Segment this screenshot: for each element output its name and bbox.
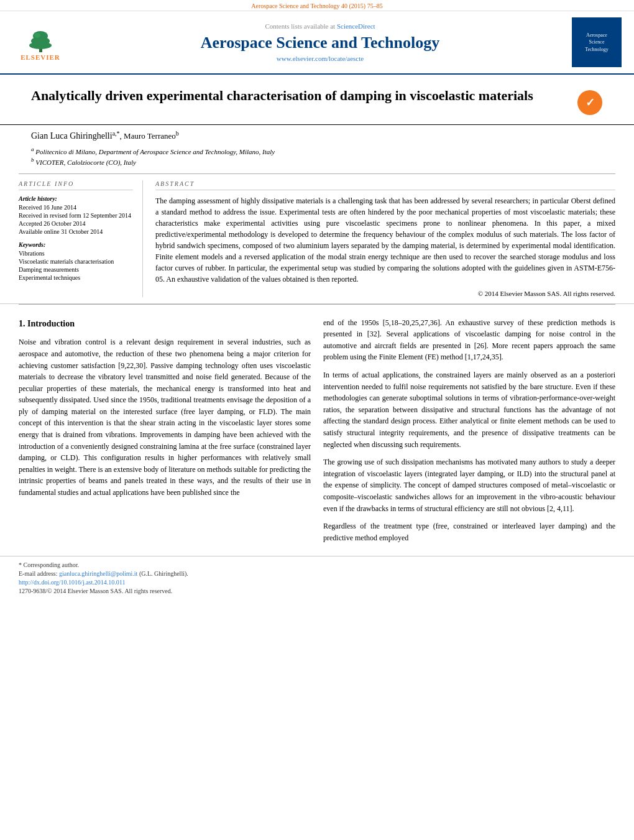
article-info-abstract: ARTICLE INFO Article history: Received 1… bbox=[0, 174, 634, 304]
intro-paragraph-col2-2: In terms of actual applications, the con… bbox=[323, 369, 615, 450]
author1-superscript: a,* bbox=[113, 130, 120, 137]
email-label: E-mail address: bbox=[19, 570, 57, 577]
affiliation-1: a Politecnico di Milano, Department of A… bbox=[31, 146, 603, 155]
issn-line: 1270-9638/© 2014 Elsevier Masson SAS. Al… bbox=[19, 588, 615, 594]
issn-text: 1270-9638/© 2014 Elsevier Masson SAS. Al… bbox=[19, 588, 172, 594]
keyword-2: Viscoelastic materials characterisation bbox=[19, 258, 133, 265]
section1-title: 1. Introduction bbox=[19, 317, 311, 331]
corresponding-label: * Corresponding author. bbox=[19, 561, 79, 568]
contents-available-text: Contents lists available at ScienceDirec… bbox=[68, 22, 572, 30]
keywords-group: Keywords: Vibrations Viscoelastic materi… bbox=[19, 241, 133, 281]
article-info-panel: ARTICLE INFO Article history: Received 1… bbox=[19, 180, 143, 297]
journal-reference-bar: Aerospace Science and Technology 40 (201… bbox=[0, 0, 634, 11]
email-note: E-mail address: gianluca.ghiringhelli@po… bbox=[19, 570, 615, 577]
accepted-date: Accepted 26 October 2014 bbox=[19, 220, 133, 227]
article-title: Analytically driven experimental charact… bbox=[31, 87, 564, 105]
affiliation-2: b VICOTER, Calolziocorte (CO), Italy bbox=[31, 157, 603, 166]
svg-point-3 bbox=[29, 42, 52, 49]
crossmark-icon: ✓ bbox=[577, 90, 603, 116]
abstract-panel: ABSTRACT The damping assessment of highl… bbox=[155, 180, 615, 297]
body-column-right: end of the 1950s [5,18–20,25,27,36]. An … bbox=[323, 317, 615, 550]
sciencedirect-link-text[interactable]: ScienceDirect bbox=[337, 22, 375, 30]
affil1-text: Politecnico di Milano, Department of Aer… bbox=[35, 148, 275, 155]
email-address[interactable]: gianluca.ghiringhelli@polimi.it bbox=[59, 570, 137, 577]
affil2-sup: b bbox=[31, 157, 34, 163]
body-column-left: 1. Introduction Noise and vibration cont… bbox=[19, 317, 311, 550]
journal-url[interactable]: www.elsevier.com/locate/aescte bbox=[68, 55, 572, 62]
authors-line: Gian Luca Ghiringhellia,*, Mauro Terrane… bbox=[0, 125, 634, 144]
elsevier-tree-icon bbox=[24, 30, 58, 53]
author2-superscript: b bbox=[176, 130, 179, 137]
available-online-date: Available online 31 October 2014 bbox=[19, 228, 133, 235]
journal-logo-text: Aerospace Science Technology bbox=[585, 32, 609, 53]
received-date: Received 16 June 2014 bbox=[19, 204, 133, 211]
journal-logo-box: Aerospace Science Technology bbox=[572, 17, 622, 67]
keywords-label: Keywords: bbox=[19, 241, 133, 248]
keyword-4: Experimental techniques bbox=[19, 274, 133, 281]
intro-paragraph-col2-3: The growing use of such dissipation mech… bbox=[323, 456, 615, 514]
journal-ref-text: Aerospace Science and Technology 40 (201… bbox=[251, 2, 382, 9]
body-content: 1. Introduction Noise and vibration cont… bbox=[0, 305, 634, 556]
elsevier-brand-text: ELSEVIER bbox=[21, 53, 60, 61]
svg-point-4 bbox=[34, 33, 40, 38]
svg-text:✓: ✓ bbox=[586, 96, 595, 109]
keywords-list: Vibrations Viscoelastic materials charac… bbox=[19, 250, 133, 281]
article-info-header: ARTICLE INFO bbox=[19, 180, 133, 190]
elsevier-logo: ELSEVIER bbox=[12, 24, 68, 61]
crossmark-logo: ✓ bbox=[577, 90, 603, 118]
affiliations: a Politecnico di Milano, Department of A… bbox=[0, 144, 634, 173]
intro-paragraph-col2-4: Regardless of the treatment type (free, … bbox=[323, 520, 615, 543]
journal-title: Aerospace Science and Technology bbox=[68, 34, 572, 52]
history-label: Article history: bbox=[19, 195, 133, 202]
article-title-section: Analytically driven experimental charact… bbox=[0, 75, 634, 125]
header-center: Contents lists available at ScienceDirec… bbox=[68, 22, 572, 62]
author2-name: , Mauro Terraneo bbox=[120, 131, 176, 141]
keyword-1: Vibrations bbox=[19, 250, 133, 257]
doi-link[interactable]: http://dx.doi.org/10.1016/j.ast.2014.10.… bbox=[19, 579, 125, 586]
copyright-text: © 2014 Elsevier Masson SAS. All rights r… bbox=[155, 290, 615, 297]
abstract-text: The damping assessment of highly dissipa… bbox=[155, 195, 615, 285]
abstract-header: ABSTRACT bbox=[155, 180, 615, 190]
author1-name: Gian Luca Ghiringhelli bbox=[31, 131, 113, 141]
intro-paragraph-col2-1: end of the 1950s [5,18–20,25,27,36]. An … bbox=[323, 317, 615, 363]
received-revised-date: Received in revised form 12 September 20… bbox=[19, 212, 133, 219]
doi-line: http://dx.doi.org/10.1016/j.ast.2014.10.… bbox=[19, 579, 615, 586]
affil2-text: VICOTER, Calolziocorte (CO), Italy bbox=[35, 159, 136, 166]
page-header: ELSEVIER Contents lists available at Sci… bbox=[0, 11, 634, 75]
footer: * Corresponding author. E-mail address: … bbox=[0, 556, 634, 600]
intro-paragraph-1: Noise and vibration control is a relevan… bbox=[19, 336, 311, 498]
affil1-sup: a bbox=[31, 146, 34, 152]
article-history: Article history: Received 16 June 2014 R… bbox=[19, 195, 133, 235]
corresponding-author-note: * Corresponding author. bbox=[19, 561, 615, 568]
email-suffix: (G.L. Ghiringhelli). bbox=[139, 570, 188, 577]
keyword-3: Damping measurements bbox=[19, 266, 133, 273]
